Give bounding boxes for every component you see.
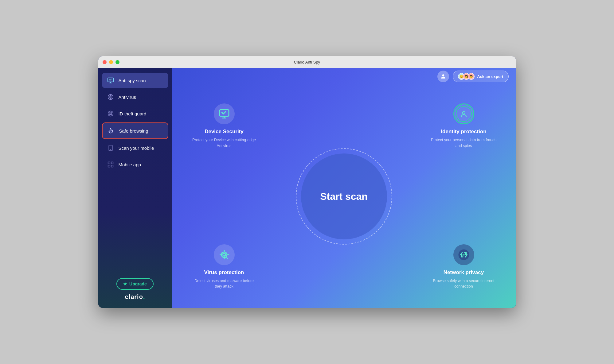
logo-text: clario [125,293,143,300]
grid-icon [106,160,115,169]
monitor-icon [106,76,115,85]
svg-point-21 [221,252,223,254]
close-button[interactable] [103,60,107,64]
sidebar-item-label-mobile-app: Mobile app [119,162,141,167]
titlebar: Clario Anti Spy [98,56,516,68]
svg-point-31 [465,253,467,254]
hand-icon [107,126,115,135]
expert-avatars: 😊 👩 👨 [458,73,475,80]
user-avatar[interactable] [437,71,449,82]
svg-rect-13 [111,162,113,164]
center-content: Device Security Protect your Device with… [172,85,516,308]
identity-icon-inner [456,106,472,122]
sidebar-item-label-id-theft: ID theft guard [119,111,147,116]
sidebar: Anti spy scan Anti [98,68,172,308]
ask-expert-label: Ask an expert [477,74,503,79]
feature-virus-protection[interactable]: Virus protection Detect viruses and malw… [190,244,258,290]
identity-protection-icon [453,103,474,124]
sidebar-item-label-scan-mobile: Scan your mobile [119,145,154,151]
nav-list: Anti spy scan Anti [102,73,168,273]
feature-identity-protection[interactable]: Identity protection Protect your persona… [430,103,498,149]
sidebar-item-mobile-app[interactable]: Mobile app [102,157,168,172]
feature-network-privacy[interactable]: Network privacy Browse safely with a sec… [430,244,498,290]
svg-point-30 [461,255,462,256]
sidebar-item-id-theft-guard[interactable]: ID theft guard [102,106,168,121]
maximize-button[interactable] [115,60,119,64]
expert-avatar-3: 👨 [468,73,475,80]
virus-protection-icon [214,244,235,265]
window-controls [103,60,119,64]
sidebar-item-scan-mobile[interactable]: Scan your mobile [102,140,168,156]
svg-point-3 [110,96,111,98]
svg-rect-14 [108,165,110,167]
main-area: 😊 👩 👨 Ask an expert [172,68,516,308]
scan-button-label: Start scan [320,191,368,202]
feature-device-security[interactable]: Device Security Protect your Device with… [190,103,258,149]
app-content: Anti spy scan Anti [98,68,516,308]
mobile-icon [106,144,115,152]
svg-rect-12 [108,162,110,164]
svg-rect-15 [111,165,113,167]
clario-logo: clario. [102,293,168,303]
sidebar-item-antivirus[interactable]: Antivirus [102,89,168,105]
device-security-icon [214,103,235,124]
app-window: Clario Anti Spy Anti spy scan [98,56,516,308]
antivirus-icon [106,93,115,101]
window-title: Clario Anti Spy [294,60,320,64]
virus-protection-desc: Detect viruses and malware before they a… [190,278,258,290]
identity-protection-title: Identity protection [430,129,498,135]
svg-point-18 [462,111,465,114]
network-privacy-desc: Browse safely with a secure internet con… [430,278,498,290]
svg-point-9 [110,112,111,114]
minimize-button[interactable] [109,60,113,64]
topbar: 😊 👩 👨 Ask an expert [172,68,516,85]
star-icon: ★ [123,281,127,286]
svg-point-16 [442,74,444,76]
svg-line-28 [227,258,228,259]
sidebar-item-safe-browsing[interactable]: Safe browsing [102,122,168,139]
svg-point-27 [224,255,227,258]
upgrade-label: Upgrade [129,281,147,286]
sidebar-item-label-antivirus: Antivirus [119,95,136,100]
upgrade-button[interactable]: ★ Upgrade [116,278,154,290]
ask-expert-button[interactable]: 😊 👩 👨 Ask an expert [453,71,508,82]
svg-point-32 [463,254,464,255]
network-privacy-icon [453,244,474,265]
sidebar-item-label-safe-browsing: Safe browsing [119,128,148,134]
virus-protection-title: Virus protection [190,269,258,276]
device-security-title: Device Security [190,129,258,135]
svg-point-11 [110,149,111,150]
logo-dot: . [143,293,145,300]
sidebar-item-label-anti-spy: Anti spy scan [119,78,146,83]
network-privacy-title: Network privacy [430,269,498,276]
start-scan-button[interactable]: Start scan [301,153,387,239]
identity-protection-desc: Protect your personal data from frauds a… [430,137,498,149]
sidebar-item-anti-spy-scan[interactable]: Anti spy scan [102,73,168,88]
id-theft-icon [106,109,115,118]
device-security-desc: Protect your Device with cutting-edge An… [190,137,258,149]
svg-point-22 [225,253,227,254]
